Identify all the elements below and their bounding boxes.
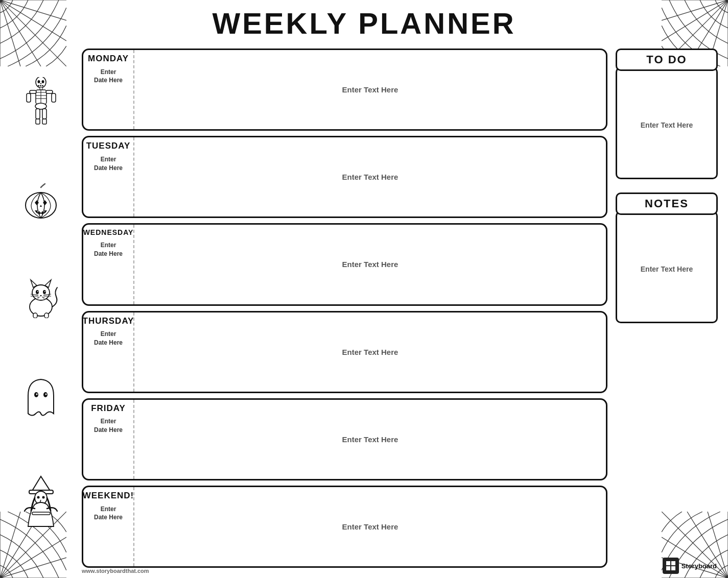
svg-point-34 (41, 80, 44, 83)
svg-point-80 (45, 393, 47, 395)
brand-name: Storyboard (682, 562, 717, 570)
todo-section: TO DO Enter Text Here (616, 49, 718, 179)
weekend-content[interactable]: Enter Text Here (134, 487, 606, 566)
svg-point-85 (42, 496, 44, 499)
svg-marker-65 (45, 280, 51, 287)
weekend-date[interactable]: Enter Date Here (94, 505, 123, 522)
thursday-text: Enter Text Here (342, 348, 398, 356)
svg-point-67 (43, 290, 46, 294)
todo-body[interactable]: Enter Text Here (616, 67, 718, 179)
svg-rect-49 (42, 119, 46, 124)
svg-point-63 (32, 285, 50, 300)
svg-rect-89 (666, 566, 670, 570)
page-title: WEEKLY PLANNER (77, 6, 651, 40)
weekend-name: WEEKEND! (83, 491, 134, 501)
weekend-block: WEEKEND! Enter Date Here Enter Text Here (82, 486, 607, 568)
svg-rect-50 (30, 90, 36, 93)
friday-date[interactable]: Enter Date Here (94, 417, 123, 435)
svg-line-10 (662, 0, 728, 41)
ghost-icon (23, 375, 59, 419)
brand-icon (663, 558, 679, 574)
sidebar-column: TO DO Enter Text Here NOTES Enter Text H… (616, 49, 718, 568)
brand-logo: Storyboard (663, 558, 717, 574)
svg-rect-37 (40, 85, 41, 86)
wednesday-block: WEDNESDAY Enter Date Here Enter Text Her… (82, 223, 607, 305)
todo-header: TO DO (616, 49, 718, 71)
wednesday-date[interactable]: Enter Date Here (94, 241, 123, 258)
svg-marker-81 (32, 476, 50, 491)
wednesday-text: Enter Text Here (342, 260, 398, 269)
svg-point-35 (40, 83, 41, 84)
monday-content[interactable]: Enter Text Here (134, 50, 606, 129)
wednesday-name: WEDNESDAY (83, 229, 134, 236)
monday-name: MONDAY (88, 54, 129, 64)
svg-marker-64 (31, 280, 37, 287)
monday-text: Enter Text Here (342, 85, 398, 94)
friday-label-col: FRIDAY Enter Date Here (83, 400, 134, 479)
svg-point-66 (36, 290, 39, 294)
main-layout: MONDAY Enter Date Here Enter Text Here T… (82, 49, 718, 568)
tuesday-name: TUESDAY (86, 141, 131, 151)
notes-content: Enter Text Here (641, 265, 693, 273)
wednesday-label-col: WEDNESDAY Enter Date Here (83, 225, 134, 304)
monday-label-col: MONDAY Enter Date Here (83, 50, 134, 129)
cat-icon (20, 277, 61, 318)
notes-section: NOTES Enter Text Here (616, 192, 718, 323)
todo-content: Enter Text Here (641, 121, 693, 129)
svg-rect-88 (671, 561, 675, 565)
tuesday-label-col: TUESDAY Enter Date Here (83, 137, 134, 216)
svg-rect-36 (38, 85, 39, 86)
weekend-label-col: WEEKEND! Enter Date Here (83, 487, 134, 566)
svg-rect-38 (42, 85, 43, 86)
thursday-block: THURSDAY Enter Date Here Enter Text Here (82, 311, 607, 393)
svg-point-84 (37, 496, 39, 499)
svg-rect-53 (52, 93, 56, 102)
svg-rect-47 (36, 119, 40, 124)
notes-header: NOTES (616, 192, 718, 215)
monday-date[interactable]: Enter Date Here (94, 68, 123, 85)
svg-line-2 (0, 0, 66, 41)
skeleton-icon (25, 77, 58, 126)
svg-rect-52 (46, 90, 53, 93)
tuesday-date[interactable]: Enter Date Here (94, 155, 123, 173)
svg-point-45 (35, 103, 46, 109)
thursday-date[interactable]: Enter Date Here (94, 330, 123, 347)
thursday-name: THURSDAY (83, 317, 134, 326)
friday-content[interactable]: Enter Text Here (134, 400, 606, 479)
character-column (5, 49, 77, 558)
svg-rect-46 (36, 109, 40, 119)
friday-name: FRIDAY (91, 404, 126, 414)
tuesday-text: Enter Text Here (342, 173, 398, 181)
tuesday-content[interactable]: Enter Text Here (134, 137, 606, 216)
friday-text: Enter Text Here (342, 435, 398, 444)
witch-icon (22, 475, 60, 529)
svg-rect-90 (671, 566, 675, 570)
friday-block: FRIDAY Enter Date Here Enter Text Here (82, 398, 607, 480)
svg-rect-75 (33, 313, 37, 318)
watermark: www.storyboardthat.com (82, 568, 149, 574)
pumpkin-icon (22, 182, 60, 221)
weekend-text: Enter Text Here (342, 522, 398, 531)
svg-point-33 (37, 80, 40, 83)
thursday-content[interactable]: Enter Text Here (134, 312, 606, 392)
svg-point-79 (36, 393, 38, 395)
svg-rect-76 (44, 313, 49, 318)
svg-rect-48 (42, 109, 46, 119)
tuesday-block: TUESDAY Enter Date Here Enter Text Here (82, 136, 607, 218)
svg-rect-51 (27, 93, 31, 102)
notes-body[interactable]: Enter Text Here (616, 211, 718, 323)
svg-rect-87 (666, 561, 670, 565)
svg-point-69 (44, 291, 45, 292)
days-column: MONDAY Enter Date Here Enter Text Here T… (82, 49, 607, 568)
monday-block: MONDAY Enter Date Here Enter Text Here (82, 49, 607, 131)
svg-point-68 (37, 291, 38, 292)
thursday-label-col: THURSDAY Enter Date Here (83, 312, 134, 392)
wednesday-content[interactable]: Enter Text Here (134, 225, 606, 304)
svg-rect-86 (32, 512, 50, 515)
